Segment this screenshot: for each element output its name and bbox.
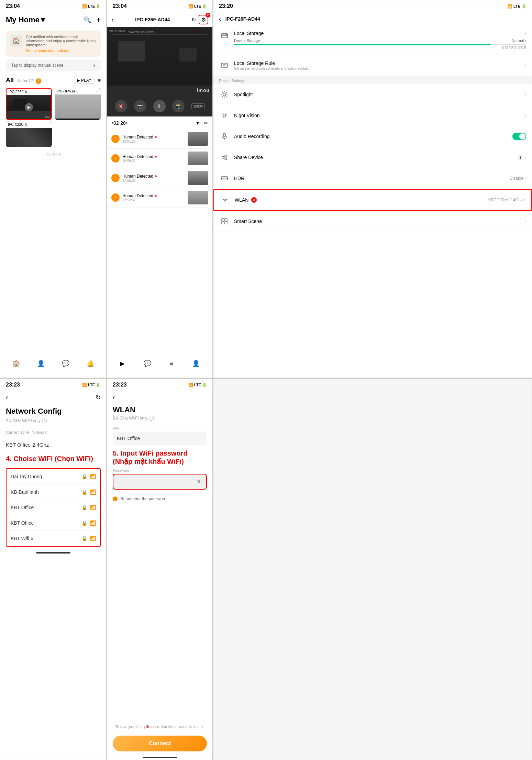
- wifi-signal-1: 📶: [90, 474, 96, 479]
- mic-button[interactable]: 🎙: [153, 100, 166, 112]
- refresh-icon[interactable]: ↻: [191, 16, 196, 23]
- wlan-page-title: WLAN: [113, 405, 207, 414]
- nav-list[interactable]: ≡: [170, 360, 174, 367]
- date-next-icon[interactable]: ›: [126, 119, 128, 126]
- event-1[interactable]: ! Human Detected 19:01:25: [107, 129, 212, 149]
- wifi-item-4[interactable]: KBT Office 🔒 📶: [7, 515, 100, 531]
- nav-user[interactable]: 👤: [37, 360, 45, 367]
- resolution-tag[interactable]: 1080P: [191, 103, 205, 109]
- back-button-5[interactable]: ‹: [113, 393, 115, 401]
- back-button-2[interactable]: ‹: [111, 16, 114, 24]
- wifi-item-1[interactable]: Dai Tay Duong 🔒 📶: [7, 469, 100, 484]
- password-input[interactable]: 👁: [113, 474, 207, 490]
- back-button-4[interactable]: ‹: [6, 393, 8, 401]
- home-title[interactable]: My Home ▾: [6, 15, 45, 24]
- wifi-item-5[interactable]: KBT Wifi 6 🔒 📶: [7, 531, 100, 546]
- event-label-1: Human Detected: [122, 135, 153, 139]
- device-card-ipc1[interactable]: IPC-F26F-A... ··· ▶ imou: [6, 88, 52, 120]
- nav-chat-2[interactable]: 💬: [144, 360, 151, 367]
- settings-icon-container[interactable]: ⚙ 2: [199, 15, 208, 24]
- wifi-item-3[interactable]: KBT Office 🔒 📶: [7, 500, 100, 515]
- spotlight-chevron: ›: [525, 92, 526, 97]
- device-dots-1[interactable]: ···: [46, 90, 49, 94]
- wifi-field-label: WiFi: [113, 426, 207, 430]
- svg-rect-17: [223, 133, 225, 137]
- network-config-subtitle: 2.4 GHz Wi-Fi only i: [6, 418, 101, 423]
- mute-button[interactable]: 🔇: [115, 100, 127, 112]
- smart-scene-chevron: ›: [525, 219, 526, 224]
- step-4-label: 4. Choise WiFi (Chọn WiFi): [6, 455, 101, 463]
- list-view-icon[interactable]: ≡: [98, 78, 101, 83]
- nav-home[interactable]: 🏠: [12, 360, 20, 367]
- event-4[interactable]: ! Human Detected 17:53:37: [107, 188, 212, 208]
- settings-hdr[interactable]: HDR HDR Disable ›: [213, 168, 532, 189]
- night-vision-title: Night Vision: [234, 113, 521, 118]
- wifi-lock-4: 🔒: [81, 520, 87, 526]
- p3-device-name: IPC-F26F-AD44: [225, 16, 260, 22]
- connect-button[interactable]: Connect: [113, 736, 207, 751]
- audio-recording-toggle[interactable]: [512, 133, 526, 140]
- device-card-ipc3[interactable]: IPC-C22C-6...: [6, 121, 52, 147]
- storage-progress-fill: [234, 44, 491, 45]
- svg-point-21: [225, 158, 227, 160]
- scene-bar[interactable]: Tap to display manual scene... ›: [6, 59, 101, 71]
- password-field-label: Password: [113, 468, 207, 472]
- add-icon[interactable]: +: [97, 16, 101, 24]
- camera-feed[interactable]: "FACTION" MOTO 20-02-2023 imou: [107, 27, 212, 96]
- notif-text: Get notified with environmental informat…: [26, 35, 97, 47]
- event-thumb-2: [188, 152, 208, 165]
- bottom-nav-2: ▶ 💬 ≡ 👤: [107, 356, 212, 371]
- device-dots-2[interactable]: ···: [96, 89, 99, 93]
- info-icon: i: [42, 418, 47, 423]
- nav-person[interactable]: 👤: [192, 360, 200, 367]
- nav-bell[interactable]: 🔔: [87, 360, 94, 367]
- remember-row[interactable]: Remember the password: [113, 496, 207, 501]
- remember-label: Remember the password: [120, 496, 166, 501]
- tab-all[interactable]: All: [6, 77, 14, 83]
- settings-wlan[interactable]: WLAN 3 KBT Office-2.4Ghz ›: [213, 189, 532, 211]
- event-label-3: Human Detected: [122, 174, 153, 179]
- notif-link[interactable]: Set up home information ›: [26, 48, 97, 53]
- play-button[interactable]: ▶ PLAY: [74, 77, 95, 84]
- storage-rule-desc: Set up the recording schedule and video …: [234, 67, 521, 70]
- back-button-3[interactable]: ‹: [219, 15, 221, 23]
- settings-local-storage[interactable]: Local Storage › Device Storage Normal › …: [213, 25, 532, 55]
- event-dot-4: [155, 195, 157, 197]
- wlan-chevron: ›: [524, 198, 525, 202]
- eye-icon[interactable]: 👁: [197, 479, 202, 485]
- camera-button[interactable]: 📷: [134, 100, 146, 112]
- refresh-icon-4[interactable]: ↻: [96, 394, 101, 401]
- nav-chat[interactable]: 💬: [62, 360, 69, 367]
- settings-spotlight[interactable]: Spotlight ›: [213, 84, 532, 105]
- filter-icon[interactable]: ▼: [195, 120, 200, 126]
- settings-share-device[interactable]: Share Device 1 ›: [213, 147, 532, 168]
- home-indicator-5: [143, 757, 177, 758]
- device-card-ipc2[interactable]: IPC-HFW14... ···: [55, 88, 101, 120]
- settings-smart-scene[interactable]: Smart Scene ›: [213, 211, 532, 232]
- status-time-2: 23:04: [113, 3, 127, 9]
- no-more-label: No more: [0, 148, 106, 160]
- svg-point-16: [222, 113, 227, 118]
- device-thumb-2: [55, 94, 101, 119]
- wlan-subtitle: 2.4 GHz Wi-Fi only i: [113, 416, 207, 421]
- settings-storage-rule[interactable]: Local Storage Rule Set up the recording …: [213, 55, 532, 76]
- device-storage-status: Normal ›: [512, 38, 526, 43]
- wifi-item-2[interactable]: KB-BaoHanh 🔒 📶: [7, 484, 100, 500]
- wifi-lock-5: 🔒: [81, 536, 87, 541]
- wifi-lock-2: 🔒: [81, 489, 87, 495]
- step-badge-2: 2: [206, 13, 210, 18]
- status-time-4: 23:23: [6, 382, 20, 388]
- event-3[interactable]: ! Human Detected 17:55:38: [107, 168, 212, 188]
- settings-audio-recording[interactable]: Audio Recording: [213, 126, 532, 147]
- status-icons-5: 📶LTE🔋: [188, 383, 207, 387]
- wifi-field-group: WiFi KBT Office: [113, 426, 207, 445]
- photo-button[interactable]: 📸: [172, 100, 185, 112]
- edit-icon[interactable]: ✏: [204, 120, 208, 126]
- settings-night-vision[interactable]: Night Vision ›: [213, 105, 532, 126]
- event-2[interactable]: ! Human Detected 18:59:31: [107, 149, 212, 168]
- remember-radio[interactable]: [113, 496, 118, 501]
- scene-arrow-icon: ›: [93, 62, 95, 68]
- status-time-3: 23:20: [219, 3, 233, 9]
- search-icon[interactable]: 🔍: [84, 16, 91, 24]
- nav-play[interactable]: ▶: [120, 360, 125, 367]
